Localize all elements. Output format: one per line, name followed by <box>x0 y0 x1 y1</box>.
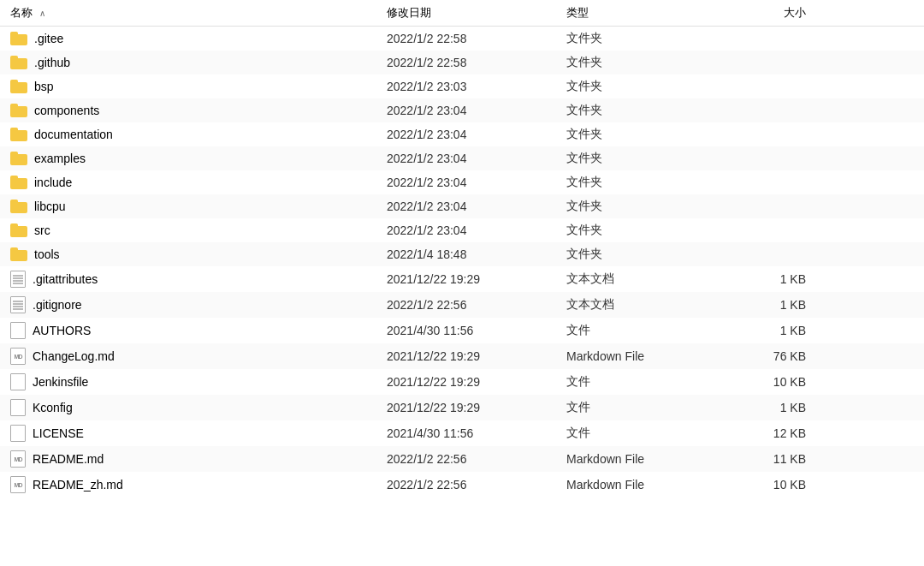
markdown-icon: MD <box>10 348 26 365</box>
file-name-cell: .github <box>10 56 387 69</box>
file-name: README_zh.md <box>33 478 123 492</box>
file-date: 2021/12/22 19:29 <box>387 375 566 389</box>
file-list: .gitee 2022/1/2 22:58 文件夹 .github 2022/1… <box>0 27 924 497</box>
file-name: Kconfig <box>33 401 73 414</box>
file-name: src <box>34 223 50 237</box>
file-date: 2022/1/2 23:03 <box>387 80 566 93</box>
header-type[interactable]: 类型 <box>566 5 737 21</box>
file-name-cell: libcpu <box>10 200 387 213</box>
folder-icon <box>10 152 27 165</box>
table-row[interactable]: include 2022/1/2 23:04 文件夹 <box>0 170 924 194</box>
table-row[interactable]: tools 2022/1/4 18:48 文件夹 <box>0 242 924 266</box>
file-size: 12 KB <box>737 426 823 440</box>
folder-icon <box>10 56 27 69</box>
header-size[interactable]: 大小 <box>737 5 823 21</box>
file-size: 10 KB <box>737 478 823 492</box>
file-date: 2022/1/2 23:04 <box>387 128 566 141</box>
folder-icon <box>10 247 27 261</box>
file-type: 文件夹 <box>566 247 737 262</box>
file-explorer: 名称 ∧ 修改日期 类型 大小 .gitee 2022/1/2 22:58 文件… <box>0 0 924 497</box>
file-type: Markdown File <box>566 478 737 492</box>
file-size: 1 KB <box>737 272 823 286</box>
file-date: 2022/1/2 22:56 <box>387 298 566 312</box>
table-row[interactable]: AUTHORS 2021/4/30 11:56 文件 1 KB <box>0 318 924 343</box>
file-name-cell: .gitignore <box>10 296 387 313</box>
folder-icon <box>10 104 27 117</box>
file-name: documentation <box>34 128 113 141</box>
file-type: 文件夹 <box>566 127 737 142</box>
file-name-cell: Kconfig <box>10 399 387 416</box>
textfile-icon <box>10 296 26 313</box>
file-name: LICENSE <box>33 426 84 440</box>
table-row[interactable]: LICENSE 2021/4/30 11:56 文件 12 KB <box>0 420 924 446</box>
table-row[interactable]: Kconfig 2021/12/22 19:29 文件 1 KB <box>0 395 924 420</box>
file-name-cell: src <box>10 223 387 237</box>
file-date: 2021/4/30 11:56 <box>387 324 566 337</box>
file-date: 2022/1/2 23:04 <box>387 104 566 117</box>
file-name: examples <box>34 152 86 165</box>
file-name-cell: components <box>10 104 387 117</box>
file-name: include <box>34 176 72 189</box>
table-row[interactable]: Jenkinsfile 2021/12/22 19:29 文件 10 KB <box>0 369 924 395</box>
sort-indicator: ∧ <box>39 9 45 18</box>
table-row[interactable]: .gitee 2022/1/2 22:58 文件夹 <box>0 27 924 51</box>
file-name: .gitee <box>34 32 63 45</box>
file-name-cell: MD ChangeLog.md <box>10 348 387 365</box>
file-type: 文件夹 <box>566 79 737 94</box>
table-row[interactable]: documentation 2022/1/2 23:04 文件夹 <box>0 122 924 146</box>
file-type: 文件 <box>566 374 737 390</box>
table-row[interactable]: bsp 2022/1/2 23:03 文件夹 <box>0 74 924 98</box>
file-name: tools <box>34 247 60 261</box>
file-date: 2022/1/2 23:04 <box>387 152 566 165</box>
file-name: ChangeLog.md <box>33 349 115 363</box>
textfile-icon <box>10 271 26 288</box>
file-name: .gitignore <box>33 298 82 312</box>
file-date: 2022/1/2 23:04 <box>387 176 566 189</box>
file-type: 文件夹 <box>566 55 737 70</box>
table-row[interactable]: libcpu 2022/1/2 23:04 文件夹 <box>0 194 924 218</box>
file-type: 文件夹 <box>566 103 737 118</box>
file-date: 2022/1/2 22:56 <box>387 452 566 466</box>
file-name-cell: tools <box>10 247 387 261</box>
folder-icon <box>10 223 27 237</box>
file-name-cell: .gitee <box>10 32 387 45</box>
folder-icon <box>10 200 27 213</box>
file-size: 1 KB <box>737 298 823 312</box>
file-type: 文件夹 <box>566 31 737 46</box>
file-name-cell: Jenkinsfile <box>10 373 387 390</box>
file-type: 文本文档 <box>566 271 737 287</box>
table-row[interactable]: MD README.md 2022/1/2 22:56 Markdown Fil… <box>0 446 924 472</box>
file-icon <box>10 322 26 339</box>
file-name-cell: documentation <box>10 128 387 141</box>
file-date: 2022/1/2 23:04 <box>387 223 566 237</box>
header-name[interactable]: 名称 ∧ <box>10 5 387 21</box>
file-type: 文件夹 <box>566 151 737 166</box>
file-size: 1 KB <box>737 401 823 414</box>
table-row[interactable]: MD README_zh.md 2022/1/2 22:56 Markdown … <box>0 472 924 497</box>
file-type: 文件 <box>566 400 737 415</box>
table-row[interactable]: examples 2022/1/2 23:04 文件夹 <box>0 146 924 170</box>
file-name-cell: AUTHORS <box>10 322 387 339</box>
file-type: 文本文档 <box>566 297 737 313</box>
column-headers: 名称 ∧ 修改日期 类型 大小 <box>0 0 924 27</box>
file-date: 2022/1/4 18:48 <box>387 247 566 261</box>
file-name: bsp <box>34 80 54 93</box>
table-row[interactable]: src 2022/1/2 23:04 文件夹 <box>0 218 924 242</box>
folder-icon <box>10 32 27 45</box>
markdown-icon: MD <box>10 476 26 493</box>
file-icon <box>10 373 26 390</box>
table-row[interactable]: components 2022/1/2 23:04 文件夹 <box>0 98 924 122</box>
file-name-cell: include <box>10 176 387 189</box>
header-date[interactable]: 修改日期 <box>387 5 566 21</box>
table-row[interactable]: .gitignore 2022/1/2 22:56 文本文档 1 KB <box>0 292 924 318</box>
file-date: 2022/1/2 22:58 <box>387 32 566 45</box>
file-type: Markdown File <box>566 349 737 363</box>
table-row[interactable]: MD ChangeLog.md 2021/12/22 19:29 Markdow… <box>0 343 924 369</box>
file-date: 2021/12/22 19:29 <box>387 272 566 286</box>
header-name-label: 名称 <box>10 6 33 19</box>
file-date: 2021/4/30 11:56 <box>387 426 566 440</box>
table-row[interactable]: .github 2022/1/2 22:58 文件夹 <box>0 51 924 74</box>
folder-icon <box>10 80 27 93</box>
markdown-icon: MD <box>10 450 26 468</box>
table-row[interactable]: .gitattributes 2021/12/22 19:29 文本文档 1 K… <box>0 266 924 292</box>
